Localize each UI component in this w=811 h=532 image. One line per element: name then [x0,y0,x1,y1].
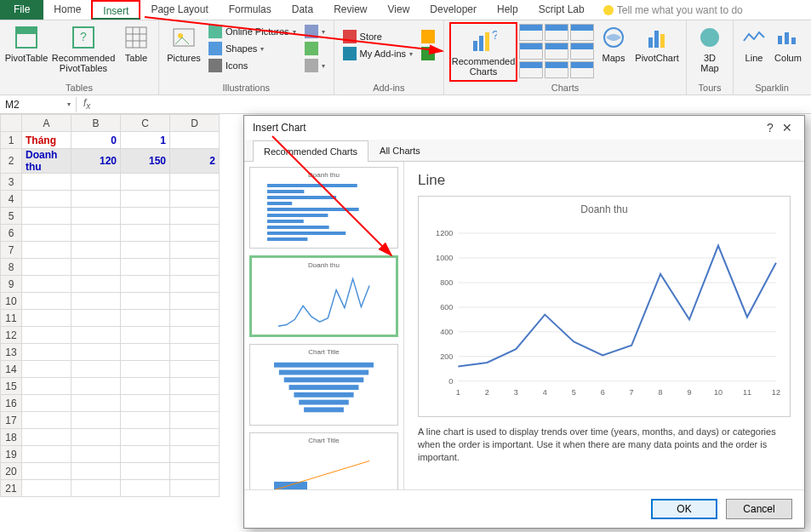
online-pictures-button[interactable]: Online Pictures▾ [205,24,300,39]
cell[interactable] [170,293,220,310]
cell[interactable] [121,259,170,276]
cell[interactable] [170,378,220,395]
col-header[interactable]: C [121,115,170,132]
cell[interactable] [22,463,71,480]
pie-chart-icon[interactable] [519,61,543,78]
cell[interactable] [22,276,71,293]
cell[interactable] [170,132,220,149]
3dmodels-button[interactable]: ▾ [301,24,328,39]
cell[interactable] [121,208,170,225]
tell-me[interactable]: Tell me what you want to do [595,0,751,20]
row-header[interactable]: 15 [1,378,22,395]
row-header[interactable]: 1 [1,132,22,149]
3d-map-button[interactable]: 3D Map [692,22,728,75]
cell[interactable] [22,429,71,446]
row-header[interactable]: 17 [1,412,22,429]
cell[interactable] [121,446,170,463]
treemap-chart-icon[interactable] [570,24,594,41]
cell[interactable] [22,395,71,412]
cell[interactable] [170,361,220,378]
tab-all-charts[interactable]: All Charts [368,140,431,161]
cell[interactable] [22,412,71,429]
tab-file[interactable]: File [0,0,43,20]
cell[interactable] [170,208,220,225]
cell[interactable] [121,310,170,327]
cell[interactable] [121,412,170,429]
tab-developer[interactable]: Developer [420,0,487,20]
row-header[interactable]: 16 [1,395,22,412]
tab-pagelayout[interactable]: Page Layout [140,0,218,20]
cell[interactable] [121,276,170,293]
cell[interactable] [170,480,220,497]
tab-recommended-charts[interactable]: Recommended Charts [253,140,368,162]
cell[interactable] [22,378,71,395]
pictures-button[interactable]: Pictures [164,22,203,65]
chart-types-grid[interactable] [519,22,594,78]
row-header[interactable]: 9 [1,276,22,293]
cell[interactable] [170,174,220,191]
cell[interactable] [121,225,170,242]
cell[interactable] [170,310,220,327]
cell[interactable] [170,242,220,259]
cell[interactable] [121,429,170,446]
cell[interactable]: 2 [170,149,220,174]
row-header[interactable]: 21 [1,480,22,497]
cell[interactable] [71,378,121,395]
cell[interactable] [22,174,71,191]
cell[interactable]: 150 [121,149,170,174]
my-addins-button[interactable]: My Add-ins▾ [340,46,416,61]
cell[interactable] [22,259,71,276]
cell[interactable] [121,480,170,497]
pivottable-button[interactable]: PivotTable [5,22,48,65]
cell[interactable]: Tháng [22,132,71,149]
cell[interactable] [22,225,71,242]
icons-button[interactable]: Icons [205,58,300,73]
cell[interactable] [22,446,71,463]
cell[interactable] [170,412,220,429]
chart-thumbnail-funnel[interactable]: Chart Title [249,344,398,426]
row-header[interactable]: 14 [1,361,22,378]
recommended-charts-button[interactable]: ?Recommended Charts [449,22,517,82]
row-header[interactable]: 11 [1,310,22,327]
table-button[interactable]: Table [119,22,153,65]
cell[interactable] [71,446,121,463]
pivotchart-button[interactable]: PivotChart [633,22,681,65]
chart-thumbnail-area[interactable]: Chart Title [249,432,398,489]
cell[interactable] [71,463,121,480]
chart-thumbnail-bar[interactable]: Doanh thu [249,167,398,249]
close-button[interactable]: ✕ [779,121,796,134]
formula-input[interactable] [97,103,811,106]
row-header[interactable]: 5 [1,208,22,225]
recommended-list[interactable]: Doanh thuDoanh thuChart TitleChart Title [244,162,404,489]
cell[interactable] [121,344,170,361]
cell[interactable] [71,361,121,378]
cell[interactable] [71,259,121,276]
cell[interactable] [170,344,220,361]
tab-insert[interactable]: Insert [91,0,140,20]
row-header[interactable]: 8 [1,259,22,276]
cell[interactable] [71,344,121,361]
cell[interactable] [121,395,170,412]
scatter-chart-icon[interactable] [545,61,568,78]
cell[interactable] [22,480,71,497]
row-header[interactable]: 3 [1,174,22,191]
cell[interactable]: 0 [71,132,121,149]
ok-button[interactable]: OK [651,499,717,519]
cell[interactable] [170,327,220,344]
row-header[interactable]: 10 [1,293,22,310]
cell[interactable] [170,259,220,276]
row-header[interactable]: 19 [1,446,22,463]
cell[interactable] [170,191,220,208]
col-header[interactable]: D [170,115,220,132]
help-button[interactable]: ? [762,121,779,134]
combo-chart-icon[interactable] [570,61,594,78]
row-header[interactable]: 6 [1,225,22,242]
cell[interactable] [22,242,71,259]
cell[interactable] [71,191,121,208]
cell[interactable] [22,344,71,361]
col-header[interactable]: B [71,115,121,132]
cell[interactable] [71,395,121,412]
cell[interactable] [121,327,170,344]
cell[interactable] [170,276,220,293]
row-header[interactable]: 18 [1,429,22,446]
